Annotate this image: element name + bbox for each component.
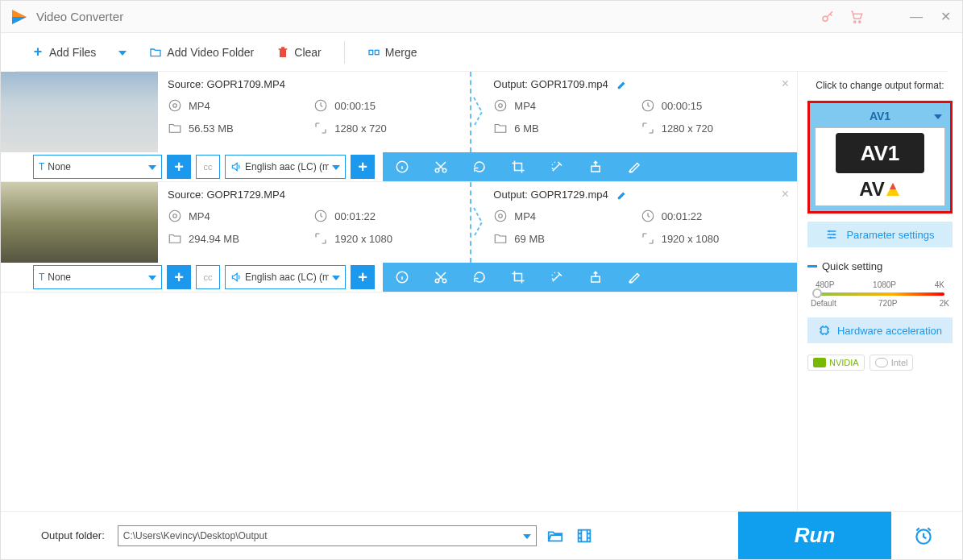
edit-output-button[interactable] <box>616 79 628 90</box>
add-subtitle-button[interactable]: + <box>167 155 191 179</box>
cut-tool-icon[interactable] <box>421 152 460 181</box>
clock-icon <box>313 98 328 113</box>
add-folder-button[interactable]: Add Video Folder <box>149 46 254 59</box>
clear-label: Clear <box>294 46 321 59</box>
param-settings-label: Parameter settings <box>846 229 934 241</box>
info-tool-icon[interactable] <box>383 152 421 181</box>
chevron-down-icon <box>934 110 942 122</box>
add-subtitle-button[interactable]: + <box>167 265 191 289</box>
titlebar-actions: — ✕ <box>820 10 953 24</box>
audio-select[interactable]: English aac (LC) (mp <box>225 155 346 179</box>
out-size: 6 MB <box>514 122 538 135</box>
clear-button[interactable]: Clear <box>276 46 321 59</box>
minimize-button[interactable]: — <box>909 10 924 24</box>
speaker-icon <box>230 272 242 283</box>
remove-item-button[interactable]: × <box>782 77 789 91</box>
resolution-icon <box>641 121 655 135</box>
slider-handle[interactable] <box>812 288 822 298</box>
intel-badge[interactable]: Intel <box>870 355 914 371</box>
nvidia-badge[interactable]: NVIDIA <box>807 355 865 371</box>
cc-button[interactable]: cc <box>196 155 220 179</box>
subtitle-select[interactable]: TNone <box>33 265 162 289</box>
close-button[interactable]: ✕ <box>938 10 953 24</box>
crop-tool-icon[interactable] <box>499 263 538 292</box>
add-audio-button[interactable]: + <box>351 265 375 289</box>
hardware-accel-button[interactable]: Hardware acceleration <box>807 317 953 343</box>
run-button[interactable]: Run <box>738 512 891 560</box>
edit-tool-icon[interactable] <box>615 152 654 181</box>
subtitle-t-icon: T <box>39 161 44 172</box>
schedule-button[interactable] <box>899 512 948 560</box>
bottom-bar: Output folder: C:\Users\Kevincy\Desktop\… <box>1 511 962 559</box>
svg-point-8 <box>173 104 177 108</box>
film-icon[interactable] <box>574 525 595 546</box>
resolution-icon <box>313 121 328 135</box>
folder-size-icon <box>168 121 182 135</box>
svg-point-21 <box>499 214 503 218</box>
svg-rect-5 <box>369 50 373 54</box>
quality-slider[interactable]: 480P1080P4K Default720P2K <box>807 280 953 309</box>
out-duration: 00:01:22 <box>662 210 703 222</box>
svg-point-2 <box>823 16 828 21</box>
info-tool-icon[interactable] <box>383 263 421 292</box>
output-folder-label: Output folder: <box>41 529 105 541</box>
out-format: MP4 <box>514 210 536 222</box>
audio-select[interactable]: English aac (LC) (mp <box>225 265 346 289</box>
parameter-settings-button[interactable]: Parameter settings <box>807 222 953 247</box>
cc-button[interactable]: cc <box>196 265 220 289</box>
rotate-tool-icon[interactable] <box>460 152 499 181</box>
av1-logo-icon: AV <box>859 178 901 201</box>
svg-rect-29 <box>821 327 828 334</box>
output-folder-input[interactable]: C:\Users\Kevincy\Desktop\Output <box>118 525 537 546</box>
sliders-icon <box>825 228 838 241</box>
out-resolution: 1280 x 720 <box>662 122 713 135</box>
cut-tool-icon[interactable] <box>421 263 460 292</box>
disc-icon <box>493 98 508 113</box>
side-panel: Click to change output format: AV1 AV1 A… <box>797 72 962 511</box>
open-folder-button[interactable] <box>545 525 566 546</box>
effects-tool-icon[interactable] <box>538 263 576 292</box>
cart-icon[interactable] <box>849 10 864 24</box>
rotate-tool-icon[interactable] <box>460 263 499 292</box>
crop-tool-icon[interactable] <box>499 152 538 181</box>
out-duration: 00:00:15 <box>662 100 703 112</box>
output-column: × Output: GOPR1709.mp4 MP4 00:00:15 6 MB… <box>484 72 797 152</box>
key-icon[interactable] <box>820 10 835 24</box>
app-title: Video Converter <box>36 10 820 23</box>
svg-point-17 <box>169 210 181 222</box>
watermark-tool-icon[interactable] <box>576 152 615 181</box>
add-files-button[interactable]: + Add Files <box>31 46 96 59</box>
chevron-down-icon <box>523 530 531 541</box>
remove-item-button[interactable]: × <box>782 187 789 201</box>
edit-output-button[interactable] <box>616 189 628 201</box>
clock-icon <box>641 209 655 223</box>
svg-point-3 <box>854 20 856 22</box>
output-format-selector[interactable]: AV1 AV1 AV <box>807 101 953 214</box>
video-thumbnail[interactable] <box>1 72 158 152</box>
video-thumbnail[interactable] <box>1 182 158 263</box>
resolution-icon <box>313 231 328 246</box>
toolbar-divider <box>344 41 345 64</box>
output-label: Output: GOPR1729.mp4 <box>493 189 608 201</box>
output-path-value: C:\Users\Kevincy\Desktop\Output <box>123 530 268 541</box>
add-audio-button[interactable]: + <box>351 155 375 179</box>
subtitle-select[interactable]: TNone <box>33 155 162 179</box>
folder-size-icon <box>493 231 508 246</box>
out-resolution: 1920 x 1080 <box>662 233 720 245</box>
svg-rect-30 <box>578 529 590 541</box>
merge-button[interactable]: Merge <box>367 46 417 59</box>
output-column: × Output: GOPR1729.mp4 MP4 00:01:22 69 M… <box>484 182 797 263</box>
watermark-tool-icon[interactable] <box>576 263 615 292</box>
format-card: AV1 AV <box>815 127 945 206</box>
quick-setting-title: Quick setting <box>807 260 953 272</box>
svg-rect-26 <box>591 276 600 282</box>
edit-tool-icon[interactable] <box>615 263 654 292</box>
source-label: Source: GOPR1729.MP4 <box>168 189 285 201</box>
src-resolution: 1280 x 720 <box>334 122 386 135</box>
effects-tool-icon[interactable] <box>538 152 576 181</box>
file-item: Source: GOPR1729.MP4 MP4 00:01:22 294.94… <box>1 182 797 292</box>
speaker-icon <box>230 161 242 172</box>
av1-badge: AV1 <box>836 133 924 173</box>
merge-label: Merge <box>385 46 417 59</box>
add-files-dropdown[interactable] <box>118 47 127 58</box>
